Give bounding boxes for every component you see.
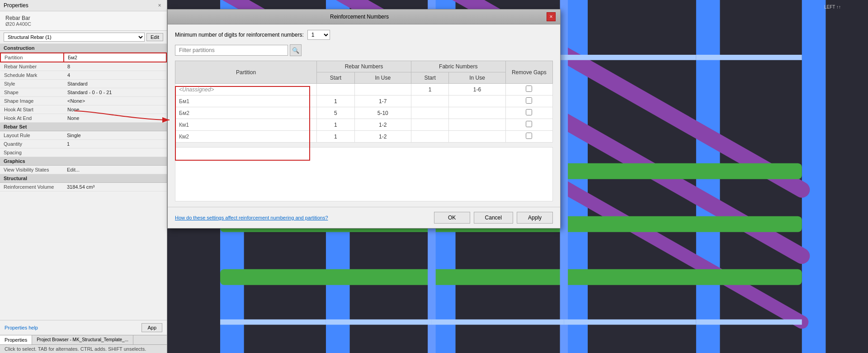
partition-row: Partition Бм2: [0, 53, 166, 62]
dialog-footer: How do these settings affect reinforceme…: [168, 207, 560, 228]
edit-button[interactable]: Edit: [146, 33, 163, 41]
panel-footer: Properties help App: [0, 320, 167, 335]
shape-label: Shape: [0, 88, 64, 97]
tab-bar: Properties Project Browser - MK_Structur…: [0, 335, 167, 344]
construction-table: Partition Бм2 Rebar Number 8 Schedule Ma…: [0, 52, 167, 123]
spacing-label: Spacing: [0, 148, 63, 157]
fabric-inuse-header: In Use: [449, 72, 505, 84]
dialog-container: Reinforcement Numbers × Minimum number o…: [167, 0, 565, 353]
digits-label: Minimum number of digits for reinforceme…: [175, 32, 304, 38]
ok-button[interactable]: OK: [434, 212, 470, 224]
fabric-start-km2[interactable]: [411, 131, 449, 143]
table-container: Partition Rebar Numbers Fabric Numbers R…: [175, 61, 553, 143]
filter-input[interactable]: [175, 45, 288, 56]
rebar-inuse-unassigned: [354, 84, 411, 95]
properties-help-link[interactable]: Properties help: [5, 325, 38, 330]
rebar-number-label: Rebar Number: [0, 62, 64, 71]
visibility-edit-btn[interactable]: Edit...: [63, 166, 167, 174]
partition-bm1: Бм1: [175, 95, 317, 107]
viewport-label: LEFT ↑↑: [824, 5, 841, 10]
rebar-start-km2[interactable]: 1: [317, 131, 355, 143]
rebar-info: Rebar Bar Ø20 A400C: [0, 11, 167, 31]
fabric-inuse-bm1: [449, 95, 505, 107]
dialog-body: Minimum number of digits for reinforceme…: [168, 24, 560, 207]
fabric-inuse-unassigned: 1-6: [449, 84, 505, 95]
schedule-mark-label: Schedule Mark: [0, 71, 64, 80]
quantity-row: Quantity 1: [0, 140, 167, 148]
tab-properties[interactable]: Properties: [0, 335, 32, 344]
tab-project-browser[interactable]: Project Browser - MK_Structural_Template…: [32, 335, 133, 344]
structural-section-header: Structural: [0, 174, 167, 183]
style-row: Style Standard: [0, 80, 166, 88]
help-link[interactable]: How do these settings affect reinforceme…: [175, 215, 328, 220]
remove-gaps-bm1[interactable]: [505, 95, 552, 107]
table-row: Бм2 5 5-10: [175, 107, 553, 119]
partition-col-header: Partition: [175, 61, 317, 84]
fabric-inuse-km2: [449, 131, 505, 143]
remove-gaps-km2[interactable]: [505, 131, 552, 143]
digits-selector[interactable]: 12345: [307, 30, 330, 40]
properties-panel: Properties × Rebar Bar Ø20 A400C Structu…: [0, 0, 167, 353]
remove-gaps-bm2[interactable]: [505, 107, 552, 119]
partition-km1: Км1: [175, 119, 317, 131]
table-row: Км2 1 1-2: [175, 131, 553, 143]
fabric-start-bm2[interactable]: [411, 107, 449, 119]
visibility-row: View Visibility States Edit...: [0, 166, 167, 174]
table-row: Бм1 1 1-7: [175, 95, 553, 107]
rebar-start-header: Start: [317, 72, 355, 84]
button-group: OK Cancel Apply: [434, 212, 553, 224]
fabric-start-km1[interactable]: [411, 119, 449, 131]
fabric-start-unassigned[interactable]: 1: [411, 84, 449, 95]
cancel-button[interactable]: Cancel: [474, 212, 513, 224]
rebar-title: Rebar Bar: [5, 15, 161, 21]
layout-rule-row: Layout Rule Single: [0, 131, 167, 140]
selector-row: Structural Rebar (1) Edit: [0, 31, 167, 44]
reinforcement-numbers-dialog: Reinforcement Numbers × Minimum number o…: [167, 9, 561, 229]
partition-value: Бм2: [64, 53, 166, 62]
table-row: <Unassigned> 1 1-6: [175, 84, 553, 95]
rebar-inuse-bm2: 5-10: [354, 107, 411, 119]
fabric-start-bm1[interactable]: [411, 95, 449, 107]
quantity-value: 1: [63, 140, 167, 148]
spacing-value: [63, 148, 167, 157]
schedule-mark-row: Schedule Mark 4: [0, 71, 166, 80]
dialog-close-button[interactable]: ×: [547, 12, 556, 21]
apply-button[interactable]: Apply: [517, 212, 553, 224]
partition-unassigned: <Unassigned>: [175, 84, 317, 95]
rebar-subtitle: Ø20 A400C: [5, 21, 161, 27]
style-label: Style: [0, 80, 64, 88]
layout-rule-label: Layout Rule: [0, 131, 63, 140]
empty-area: [175, 147, 553, 201]
rebar-number-row: Rebar Number 8: [0, 62, 166, 71]
rebar-start-bm2[interactable]: 5: [317, 107, 355, 119]
style-value: Standard: [64, 80, 166, 88]
rebar-inuse-km1: 1-2: [354, 119, 411, 131]
partition-km2: Км2: [175, 131, 317, 143]
panel-title: Properties: [4, 2, 28, 9]
hook-start-value: None: [64, 105, 166, 114]
rebar-start-bm1[interactable]: 1: [317, 95, 355, 107]
filter-search-button[interactable]: 🔍: [290, 44, 302, 56]
rebar-start-unassigned[interactable]: [317, 84, 355, 95]
spacing-row: Spacing: [0, 148, 167, 157]
digits-row: Minimum number of digits for reinforceme…: [175, 30, 553, 40]
hook-end-row: Hook At End None: [0, 114, 166, 123]
svg-rect-11: [802, 0, 826, 353]
rebar-start-km1[interactable]: 1: [317, 119, 355, 131]
rebar-inuse-km2: 1-2: [354, 131, 411, 143]
dialog-title: Reinforcement Numbers: [172, 14, 547, 20]
search-icon: 🔍: [292, 47, 299, 54]
panel-close-button[interactable]: ×: [156, 2, 163, 9]
quantity-label: Quantity: [0, 140, 63, 148]
shape-image-value: <None>: [64, 97, 166, 105]
reinforcement-volume-value: 3184.54 cm³: [63, 183, 167, 191]
remove-gaps-unassigned[interactable]: [505, 84, 552, 95]
visibility-label: View Visibility States: [0, 166, 63, 174]
layout-rule-value: Single: [63, 131, 167, 140]
panel-apply-button[interactable]: App: [142, 323, 162, 332]
shape-row: Shape Standard - 0 - 0 - 21: [0, 88, 166, 97]
hook-start-label: Hook At Start: [0, 105, 64, 114]
schedule-mark-value: 4: [64, 71, 166, 80]
remove-gaps-km1[interactable]: [505, 119, 552, 131]
structural-rebar-selector[interactable]: Structural Rebar (1): [4, 33, 145, 42]
